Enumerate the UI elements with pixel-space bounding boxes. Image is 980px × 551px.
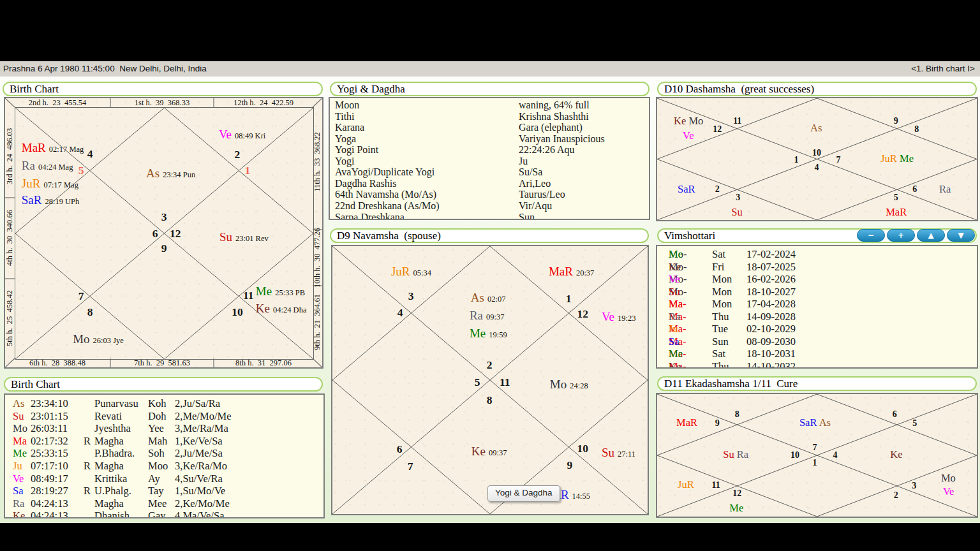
house-sign-number: 5 bbox=[78, 164, 84, 177]
d11-ekadashamsha-diagram[interactable]: MaRSaR AsSu RaKeJuRMeMoVe986510741111232 bbox=[656, 393, 978, 518]
app-window: Prashna 6 Apr 1980 11:45:00 New Delhi, D… bbox=[0, 0, 980, 551]
dasha-row[interactable]: Ma-MaMon17-04-2028 bbox=[657, 298, 977, 311]
birth-chart-diagram[interactable]: 2nd h. 23 455.54 1st h. 39 368.33 12th h… bbox=[4, 97, 323, 369]
house-strip-label: 4th h. 30 340.66 bbox=[5, 210, 15, 266]
yogi-row: Yogi Point22:24:26 Aqu bbox=[330, 144, 649, 156]
dasha-row[interactable]: Mo-SuMon18-10-2027 bbox=[657, 286, 977, 298]
dasha-row[interactable]: Ma-SaSun08-09-2030 bbox=[657, 335, 977, 348]
planet-label: As02:07 bbox=[471, 291, 506, 305]
dasha-zoom-out-button[interactable]: − bbox=[857, 229, 885, 242]
yogi-row: AvaYogi/Duplicate YogiSu/Sa bbox=[330, 166, 649, 178]
house-sign-number: 12 bbox=[732, 489, 741, 499]
house-sign-number: 7 bbox=[836, 155, 841, 165]
planet-label: JuR Me bbox=[880, 152, 914, 165]
yogi-row: Moonwaning, 64% full bbox=[330, 99, 649, 111]
planet-label: As bbox=[810, 122, 822, 135]
house-sign-number: 3 bbox=[161, 210, 167, 223]
house-sign-number: 3 bbox=[408, 290, 414, 303]
planet-table-row: Ve08:49:17KrittikaAy4,Su/Ve/Ra bbox=[5, 473, 323, 485]
yogi-row: 64th Navamsha (Mo/As)Taurus/Leo bbox=[330, 189, 649, 200]
planet-label: SaR28:19 UPh bbox=[22, 193, 80, 207]
house-sign-number: 8 bbox=[914, 124, 919, 135]
dasha-row[interactable]: Ma-MeSat18-10-2031 bbox=[657, 348, 977, 360]
planet-label: MaR20:37 bbox=[549, 265, 594, 279]
house-sign-number: 11 bbox=[712, 480, 720, 490]
yogi-row: Sarpa DreshkanaSun bbox=[330, 212, 649, 221]
house-strip-label: 12th h. 24 422.59 bbox=[234, 98, 293, 108]
yogi-row: YogiJu bbox=[330, 156, 649, 167]
top-black-bar bbox=[0, 0, 980, 61]
yogi-dagdha-panel: Moonwaning, 64% fullTithiKrishna Shashth… bbox=[329, 97, 650, 220]
planet-label: Mo26:03 Jye bbox=[73, 332, 124, 346]
planet-label: Ve08:49 Kri bbox=[219, 128, 265, 142]
panel-title-birth-table: Birth Chart bbox=[4, 377, 323, 392]
planet-table-row: Me25:33:15P.Bhadra.Soh2,Ju/Me/Sa bbox=[5, 447, 323, 460]
planet-table-row: Sa28:19:27RU.Phalg.Tay1,Su/Mo/Ve bbox=[5, 485, 323, 497]
house-sign-number: 12 bbox=[577, 307, 588, 320]
planet-label: Su Ra bbox=[723, 448, 748, 461]
house-sign-number: 9 bbox=[894, 116, 898, 126]
birth-chart-table: As23:34:10PunarvasuKoh2,Ju/Sa/RaSu23:01:… bbox=[4, 393, 325, 518]
house-sign-number: 9 bbox=[715, 418, 720, 429]
house-sign-number: 6 bbox=[912, 184, 917, 195]
birth-chart-grid: MaR02:17 MagRa04:24 MagJuR07:17 MagSaR28… bbox=[15, 107, 314, 360]
panel-title-yogi-dagdha: Yogi & Dagdha bbox=[330, 82, 650, 96]
house-sign-number: 11 bbox=[733, 116, 741, 126]
planet-label: Mo bbox=[941, 472, 956, 485]
planet-label: Ke Mo bbox=[674, 115, 703, 128]
dasha-row[interactable]: Ma-RaThu14-09-2028 bbox=[657, 311, 977, 323]
dasha-row[interactable]: Mo-KeFri18-07-2025 bbox=[657, 261, 977, 274]
house-sign-number: 6 bbox=[893, 409, 897, 420]
planet-label: Ve bbox=[943, 485, 954, 498]
planet-label: Ve19:23 bbox=[602, 310, 636, 324]
planet-table-row: Ju07:17:10RMaghaMoo3,Ke/Ra/Mo bbox=[5, 460, 323, 473]
vimshottari-dasha-list: Mo-MeSat17-02-2024Mo-KeFri18-07-2025Mo-V… bbox=[656, 245, 978, 369]
d9-navamsha-diagram[interactable]: JuR05:34MaR20:37As02:07Ra09:37Me19:59Ve1… bbox=[331, 245, 649, 515]
planet-label: Ke04:24 Dha bbox=[256, 302, 307, 316]
planet-label: Me bbox=[729, 502, 743, 515]
house-sign-number: 1 bbox=[812, 458, 817, 468]
house-sign-number: 6 bbox=[397, 442, 403, 455]
house-sign-number: 12 bbox=[713, 124, 722, 135]
house-strip-label: 10th h. 30 477.26 bbox=[313, 228, 322, 288]
house-sign-number: 1 bbox=[244, 164, 250, 177]
planet-label: Ra09:37 bbox=[470, 309, 505, 323]
planet-label: JuR bbox=[678, 478, 694, 491]
house-sign-number: 11 bbox=[243, 288, 254, 302]
dasha-scroll-down-button[interactable]: ▼ bbox=[947, 229, 975, 242]
planet-label: Me25:33 PB bbox=[256, 284, 305, 298]
planet-label: SaR As bbox=[799, 416, 831, 429]
house-sign-number: 4 bbox=[397, 306, 403, 320]
house-sign-number: 4 bbox=[814, 163, 819, 173]
house-sign-number: 11 bbox=[500, 375, 510, 388]
planet-label: SaR bbox=[678, 183, 695, 196]
page-indicator[interactable]: <1. Birth chart I> bbox=[911, 64, 975, 73]
house-sign-number: 10 bbox=[812, 148, 821, 158]
house-sign-number: 10 bbox=[791, 450, 799, 460]
yogi-row: TithiKrishna Shashthi bbox=[330, 111, 649, 122]
house-sign-number: 3 bbox=[912, 481, 916, 491]
house-strip-label: 2nd h. 23 455.54 bbox=[29, 98, 87, 108]
d10-dashamsha-diagram[interactable]: Ke MoVeAsJuR MeSaRSuRaMaR121198101742365 bbox=[656, 97, 978, 221]
planet-label: JuR07:17 Mag bbox=[22, 177, 78, 191]
chart-datetime-location: Prashna 6 Apr 1980 11:45:00 New Delhi, D… bbox=[3, 64, 207, 73]
planet-label: JuR05:34 bbox=[391, 265, 431, 279]
house-sign-number: 5 bbox=[912, 418, 917, 429]
house-sign-number: 5 bbox=[894, 193, 898, 203]
dasha-row[interactable]: Ma-KeThu14-10-2032 bbox=[657, 360, 977, 369]
planet-label: Ke bbox=[890, 448, 902, 461]
dasha-row[interactable]: Mo-VeMon16-02-2026 bbox=[657, 273, 977, 286]
house-sign-number: 7 bbox=[78, 290, 84, 303]
dasha-row[interactable]: Mo-MeSat17-02-2024 bbox=[657, 248, 977, 261]
dasha-row[interactable]: Ma-JuTue02-10-2029 bbox=[657, 323, 977, 335]
planet-table-row: Ra04:24:13MaghaMee2,Ke/Mo/Me bbox=[5, 497, 323, 510]
house-sign-number: 4 bbox=[87, 147, 93, 161]
dasha-scroll-up-button[interactable]: ▲ bbox=[917, 229, 945, 242]
dasha-zoom-in-button[interactable]: + bbox=[887, 229, 915, 242]
planet-label: As23:34 Pun bbox=[146, 166, 195, 180]
house-sign-number: 2 bbox=[894, 490, 898, 501]
vimshottari-toolbar: − + ▲ ▼ bbox=[857, 229, 975, 242]
planet-label: Su23:01 Rev bbox=[219, 230, 269, 244]
planet-label: Mo24:28 bbox=[550, 378, 588, 392]
house-sign-number: 10 bbox=[232, 305, 243, 318]
